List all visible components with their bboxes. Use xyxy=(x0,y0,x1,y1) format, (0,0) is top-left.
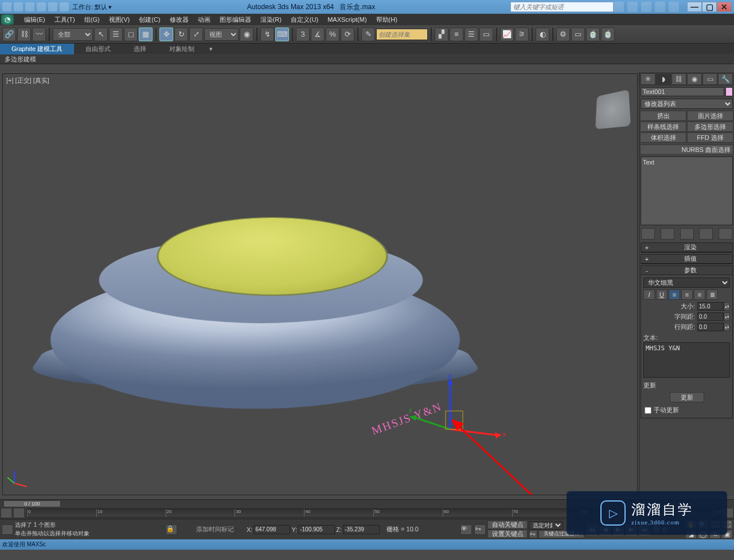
menu-create[interactable]: 创建(C) xyxy=(134,14,165,25)
btn-extrude[interactable]: 挤出 xyxy=(640,111,686,121)
material-editor-icon[interactable]: ◐ xyxy=(536,28,549,41)
close-button[interactable]: ✕ xyxy=(717,2,732,12)
curve-editor-icon[interactable]: 📈 xyxy=(500,28,514,41)
menu-grapheditors[interactable]: 图形编辑器 xyxy=(215,14,256,25)
align-center-button[interactable]: ≡ xyxy=(681,289,693,300)
setkey-button[interactable]: 设置关键点 xyxy=(487,530,528,538)
render-production-icon[interactable]: 🍵 xyxy=(586,28,600,41)
unlink-icon[interactable]: ⛓ xyxy=(17,28,31,41)
menu-rendering[interactable]: 渲染(R) xyxy=(256,14,286,25)
make-unique-icon[interactable] xyxy=(680,228,694,240)
align-justify-button[interactable]: ≣ xyxy=(706,289,718,300)
align-left-button[interactable]: ≡ xyxy=(669,289,680,300)
time-slider[interactable]: 0 / 100 xyxy=(3,500,61,507)
autokey-button[interactable]: 自动关键点 xyxy=(487,520,528,529)
render-iterative-icon[interactable]: 🍵 xyxy=(601,28,615,41)
spinner-snap-icon[interactable]: ⟳ xyxy=(341,28,354,41)
viewport-label[interactable]: [+] [正交] [真实] xyxy=(6,76,49,85)
infocenter-icon[interactable] xyxy=(614,2,624,12)
btn-volsel[interactable]: 体积选择 xyxy=(640,132,686,143)
menu-tools[interactable]: 工具(T) xyxy=(50,14,80,25)
schematic-view-icon[interactable]: ⚞ xyxy=(515,28,529,41)
select-scale-icon[interactable]: ⤢ xyxy=(189,28,203,41)
rendered-frame-icon[interactable]: ▭ xyxy=(571,28,585,41)
spinner-up-icon[interactable]: ▴▾ xyxy=(724,323,730,331)
leading-input[interactable] xyxy=(697,323,724,331)
qat-redo-icon[interactable] xyxy=(48,2,57,11)
remove-modifier-icon[interactable] xyxy=(699,228,713,240)
ribbon-toggle-icon[interactable]: ▭ xyxy=(479,28,493,41)
select-object-icon[interactable]: ↖ xyxy=(94,28,108,41)
menu-group[interactable]: 组(G) xyxy=(80,14,104,25)
link-icon[interactable]: 🔗 xyxy=(2,28,16,41)
menu-animation[interactable]: 动画 xyxy=(193,14,215,25)
minimize-button[interactable]: — xyxy=(687,2,702,12)
window-crossing-icon[interactable]: ▦ xyxy=(139,28,153,41)
menu-customize[interactable]: 自定义(U) xyxy=(286,14,323,25)
angle-snap-icon[interactable]: ∡ xyxy=(311,28,325,41)
qat-open-icon[interactable] xyxy=(14,2,23,11)
maxscript-listener-icon[interactable] xyxy=(2,524,13,535)
stack-item-text[interactable]: Text xyxy=(643,159,654,166)
hierarchy-tab-icon[interactable]: ⛓ xyxy=(671,73,686,85)
render-setup-icon[interactable]: ⚙ xyxy=(556,28,570,41)
workspace-label[interactable]: 工作台: 默认 xyxy=(72,3,107,11)
modifier-list-dropdown[interactable]: 修改器列表 xyxy=(641,99,733,109)
size-input[interactable] xyxy=(697,302,724,311)
select-region-icon[interactable]: ◻ xyxy=(124,28,138,41)
select-by-name-icon[interactable]: ☰ xyxy=(109,28,123,41)
btn-patchsel[interactable]: 面片选择 xyxy=(687,111,733,121)
maximize-button[interactable]: ▢ xyxy=(702,2,717,12)
bind-space-warp-icon[interactable]: 〰 xyxy=(32,28,46,41)
menu-modifiers[interactable]: 修改器 xyxy=(165,14,193,25)
trackbar-keys-icon[interactable] xyxy=(13,508,25,518)
italic-button[interactable]: I xyxy=(643,289,655,300)
qat-save-icon[interactable] xyxy=(25,2,34,11)
object-color-swatch[interactable] xyxy=(725,87,733,96)
subscription-icon[interactable] xyxy=(641,2,651,12)
btn-nurbs[interactable]: NURBS 曲面选择 xyxy=(640,144,733,155)
menu-help[interactable]: 帮助(H) xyxy=(372,14,402,25)
update-button[interactable]: 更新 xyxy=(670,392,704,402)
search-icon[interactable] xyxy=(627,2,638,12)
motion-tab-icon[interactable]: ◉ xyxy=(687,73,702,85)
btn-splinesel[interactable]: 样条线选择 xyxy=(640,122,686,132)
isolate-icon[interactable]: 👁 xyxy=(460,524,472,535)
add-time-tag[interactable]: 添加时间标记 xyxy=(196,525,234,534)
spinner-up-icon[interactable]: ▴▾ xyxy=(724,312,730,321)
display-tab-icon[interactable]: ▭ xyxy=(702,73,717,85)
underline-button[interactable]: U xyxy=(656,289,667,300)
ribbon-tab-selection[interactable]: 选择 xyxy=(122,44,158,54)
named-selection-input[interactable] xyxy=(376,29,428,40)
kerning-input[interactable] xyxy=(697,312,724,321)
keyboard-shortcut-icon[interactable]: ⌨ xyxy=(275,28,289,41)
select-move-icon[interactable]: ✥ xyxy=(159,28,173,41)
btn-ffdsel[interactable]: FFD 选择 xyxy=(687,132,733,143)
coord-z-input[interactable] xyxy=(343,525,380,534)
app-menu-icon[interactable]: ◔ xyxy=(1,14,14,25)
text-content-input[interactable] xyxy=(643,342,730,378)
ribbon-tab-objpaint[interactable]: 对象绘制 xyxy=(158,44,206,54)
lock-selection-icon[interactable]: 🔒 xyxy=(166,524,177,535)
utilities-tab-icon[interactable]: 🔧 xyxy=(718,73,733,85)
favorite-icon[interactable] xyxy=(655,2,665,12)
font-dropdown[interactable]: 华文细黑 xyxy=(643,277,730,288)
ribbon-panel-label[interactable]: 多边形建模 xyxy=(0,54,734,64)
object-name-input[interactable] xyxy=(641,87,724,96)
percent-snap-icon[interactable]: % xyxy=(326,28,339,41)
menu-maxscript[interactable]: MAXScript(M) xyxy=(323,15,371,24)
spinner-up-icon[interactable]: ▴▾ xyxy=(724,302,730,311)
coord-y-input[interactable] xyxy=(298,525,335,534)
modify-tab-icon[interactable]: ◗ xyxy=(656,73,671,85)
pivot-center-icon[interactable]: ◉ xyxy=(240,28,253,41)
snap-toggle-icon[interactable]: 3 xyxy=(296,28,310,41)
setkey-icon[interactable]: 🗝 xyxy=(529,530,537,538)
manual-update-checkbox[interactable] xyxy=(645,407,651,414)
modifier-stack[interactable]: Text xyxy=(641,156,733,225)
ribbon-tab-graphite[interactable]: Graphite 建模工具 xyxy=(0,44,74,54)
viewport[interactable]: [+] [正交] [真实] MHSJS Y&N z x y xyxy=(3,74,637,495)
selection-filter-dropdown[interactable]: 全部 xyxy=(53,28,93,41)
viewcube[interactable] xyxy=(595,89,631,129)
mirror-icon[interactable]: ▞ xyxy=(435,28,448,41)
coord-x-input[interactable] xyxy=(253,525,290,534)
